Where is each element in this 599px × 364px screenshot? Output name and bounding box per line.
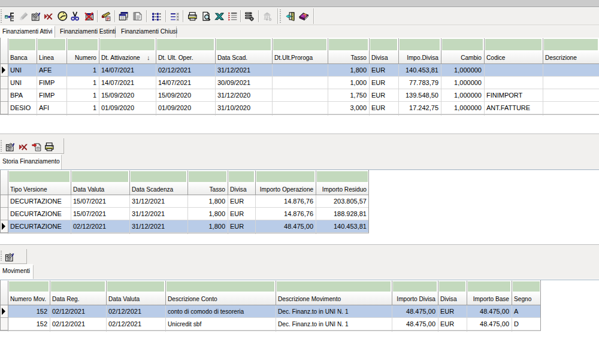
svg-text:?: ? <box>302 13 307 19</box>
